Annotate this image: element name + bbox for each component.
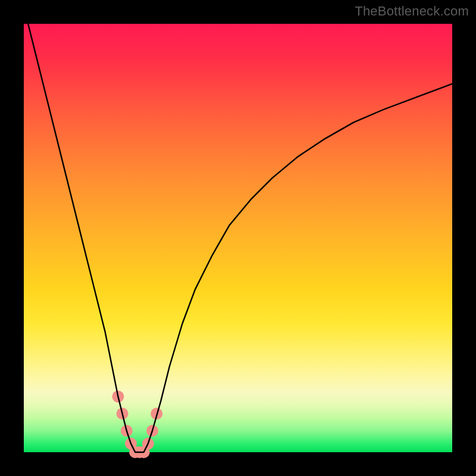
plot-area — [24, 24, 452, 452]
watermark-text: TheBottleneck.com — [355, 4, 469, 19]
bottleneck-curve — [28, 24, 452, 452]
chart-svg — [24, 24, 452, 452]
chart-frame: TheBottleneck.com — [0, 0, 476, 476]
